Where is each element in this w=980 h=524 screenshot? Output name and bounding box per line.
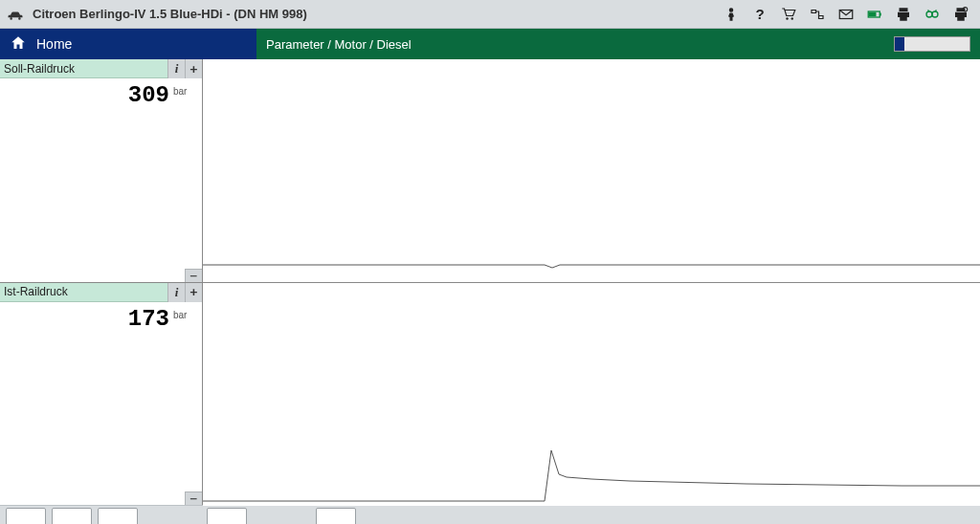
- svg-rect-6: [869, 11, 877, 16]
- help-icon[interactable]: ?: [746, 3, 773, 26]
- vehicle-title: Citroen Berlingo-IV 1.5 Blue-HDi - (DN H…: [33, 7, 307, 21]
- network-icon[interactable]: [804, 3, 831, 26]
- param-unit: bar: [173, 310, 198, 320]
- info-button[interactable]: i: [167, 283, 185, 302]
- param-block-soll-raildruck: Soll-Raildruck i + 309 bar −: [0, 59, 202, 283]
- car-icon: [6, 8, 25, 21]
- svg-rect-5: [880, 12, 881, 15]
- content-area: Soll-Raildruck i + 309 bar − Ist-Raildru…: [0, 59, 980, 505]
- graph-soll-raildruck: [203, 59, 980, 283]
- info-button[interactable]: i: [167, 59, 185, 78]
- param-header: Ist-Raildruck i +: [0, 283, 202, 302]
- breadcrumb-bar: Parameter / Motor / Diesel: [256, 29, 980, 59]
- svg-point-2: [791, 17, 793, 19]
- bottom-toolbar: [0, 505, 980, 524]
- collapse-button[interactable]: −: [185, 491, 202, 505]
- toolbar-button-5[interactable]: [316, 508, 356, 524]
- param-header: Soll-Raildruck i +: [0, 59, 202, 78]
- home-button[interactable]: Home: [0, 29, 256, 59]
- toolbar-button-2[interactable]: [52, 508, 92, 524]
- add-button[interactable]: +: [185, 283, 202, 302]
- parameter-sidebar: Soll-Raildruck i + 309 bar − Ist-Raildru…: [0, 59, 203, 505]
- home-icon: [10, 34, 27, 55]
- toolbar-button-4[interactable]: [207, 508, 247, 524]
- cart-icon[interactable]: [775, 3, 802, 26]
- svg-point-8: [932, 11, 938, 17]
- progress-indicator: [894, 36, 970, 52]
- graph-column: [203, 59, 980, 505]
- toolbar-button-1[interactable]: [6, 508, 46, 524]
- diagnostic-icon[interactable]: [919, 3, 946, 26]
- settings-print-icon[interactable]: [947, 3, 974, 26]
- print-icon[interactable]: [890, 3, 917, 26]
- collapse-button[interactable]: −: [185, 269, 202, 282]
- home-label: Home: [36, 36, 72, 52]
- param-block-ist-raildruck: Ist-Raildruck i + 173 bar −: [0, 283, 202, 506]
- param-unit: bar: [173, 86, 198, 97]
- graph-ist-raildruck: [203, 283, 980, 506]
- breadcrumb: Parameter / Motor / Diesel: [266, 37, 412, 52]
- param-name: Soll-Raildruck: [4, 62, 75, 76]
- mail-icon[interactable]: [833, 3, 859, 26]
- param-value: 173: [0, 306, 196, 332]
- battery-icon[interactable]: [861, 3, 888, 26]
- param-value: 309: [0, 82, 196, 108]
- svg-point-7: [926, 11, 932, 17]
- title-bar: Citroen Berlingo-IV 1.5 Blue-HDi - (DN H…: [0, 0, 980, 29]
- param-name: Ist-Raildruck: [4, 285, 68, 298]
- toolbar-button-3[interactable]: [98, 508, 138, 524]
- svg-point-1: [786, 17, 788, 19]
- person-icon[interactable]: [718, 3, 745, 26]
- svg-text:?: ?: [756, 6, 765, 22]
- add-button[interactable]: +: [185, 59, 202, 78]
- nav-bar: Home Parameter / Motor / Diesel: [0, 29, 980, 59]
